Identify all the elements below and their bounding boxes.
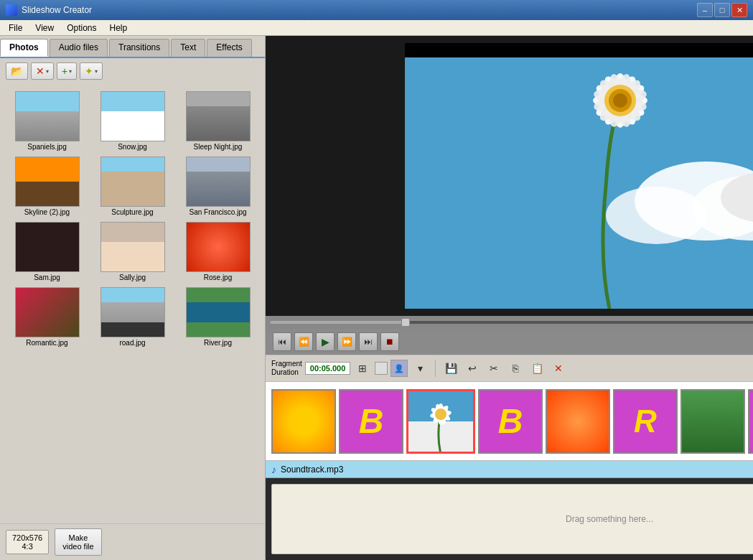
list-item[interactable]: road.jpg <box>91 286 174 348</box>
list-item[interactable]: Sleep Night.jpg <box>177 90 259 152</box>
list-item[interactable]: San Francisco.jpg <box>177 155 259 218</box>
timeline-item-rose[interactable] <box>546 389 610 454</box>
photo-thumb <box>186 157 251 207</box>
timeline-item-letter2[interactable]: B <box>478 389 543 454</box>
scrubber-fill <box>270 321 406 324</box>
open-button[interactable]: 📂 <box>6 62 28 80</box>
paste-button[interactable]: 📋 <box>528 359 546 378</box>
bottom-controls: 720x5764:3 Makevideo file <box>0 523 265 560</box>
photo-thumb <box>100 287 165 337</box>
delete-arrow-icon: ▾ <box>46 68 49 75</box>
undo-button[interactable]: ↩ <box>463 359 482 378</box>
photo-label: Sally.jpg <box>119 274 146 281</box>
save-button[interactable]: 💾 <box>441 359 460 378</box>
drag-text: Drag something here... <box>566 514 653 524</box>
timeline-item-green[interactable] <box>680 389 745 454</box>
scrubber-thumb[interactable] <box>401 318 410 327</box>
tab-text[interactable]: Text <box>171 39 205 57</box>
tab-transitions[interactable]: Transitions <box>109 39 169 57</box>
photo-label: Sleep Night.jpg <box>194 143 243 151</box>
photo-thumb <box>100 91 165 141</box>
mini-daisy-svg <box>408 389 473 454</box>
right-content: ⏮ ⏪ ▶ ⏩ ⏭ ⏹ 📷 ⛶ 7.0 s / 33.0 s FragmentD… <box>266 36 753 560</box>
list-item[interactable]: Sam.jpg <box>6 220 88 283</box>
add-button[interactable]: + ▾ <box>57 62 77 80</box>
effects-button[interactable]: ✦ ▾ <box>80 62 103 80</box>
cut-button[interactable]: ✂ <box>485 359 503 378</box>
maximize-button[interactable]: □ <box>714 3 730 17</box>
photo-label: Spaniels.jpg <box>27 143 66 151</box>
tab-photos[interactable]: Photos <box>0 39 48 57</box>
fragment-duration-label: FragmentDuration <box>271 360 302 377</box>
preview-frame <box>405 43 753 309</box>
star-icon: ✦ <box>85 65 93 77</box>
fragment-color[interactable] <box>375 362 388 375</box>
edit-toolbar: FragmentDuration 00:05.000 ⊞ 👤 ▾ 💾 ↩ ✂ ⎘… <box>266 355 753 382</box>
timeline-item[interactable] <box>271 389 336 454</box>
timeline-item-selected[interactable] <box>406 389 475 454</box>
forward-button[interactable]: ⏩ <box>337 332 356 351</box>
close-button[interactable]: ✕ <box>731 3 747 17</box>
titlebar-controls: – □ ✕ <box>697 3 747 17</box>
minimize-button[interactable]: – <box>697 3 713 17</box>
copy-button[interactable]: ⎘ <box>506 359 525 378</box>
photo-thumb <box>100 157 165 207</box>
photo-label: Snow.jpg <box>118 143 147 151</box>
preview-svg <box>405 43 753 309</box>
tabs: Photos Audio files Transitions Text Effe… <box>0 36 265 58</box>
drag-area[interactable]: Drag something here... <box>271 484 753 554</box>
photo-thumb <box>186 287 251 337</box>
preview-area <box>266 36 753 316</box>
left-panel: Photos Audio files Transitions Text Effe… <box>0 36 266 560</box>
timeline-letter2: B <box>498 401 523 441</box>
list-item[interactable]: Romantic.jpg <box>6 286 88 348</box>
timeline-letter: B <box>359 401 384 441</box>
svg-point-3 <box>606 187 706 244</box>
menu-help[interactable]: Help <box>104 22 134 34</box>
photo-label: Sam.jpg <box>34 274 60 281</box>
fragment-dropdown[interactable]: ▾ <box>411 359 429 378</box>
timeline-item-letter3[interactable]: R <box>613 389 678 454</box>
stop-button[interactable]: ⏹ <box>380 332 399 351</box>
delete-button[interactable]: ✕ ▾ <box>31 62 54 80</box>
photo-thumb <box>186 222 251 272</box>
timeline-controls: ⏮ ⏪ ▶ ⏩ ⏭ ⏹ 📷 ⛶ 7.0 s / 33.0 s <box>266 329 753 355</box>
rewind-start-button[interactable]: ⏮ <box>273 332 291 351</box>
fragment-icon[interactable]: 👤 <box>390 360 408 377</box>
music-icon: ♪ <box>271 464 276 475</box>
list-item[interactable]: Skyline (2).jpg <box>6 155 88 218</box>
fragment-time[interactable]: 00:05.000 <box>305 362 351 375</box>
tab-effects[interactable]: Effects <box>207 39 251 57</box>
app-icon <box>6 4 17 16</box>
photo-thumb <box>15 91 80 141</box>
list-item[interactable]: Sally.jpg <box>91 220 174 283</box>
timeline-letter3: R <box>634 403 657 439</box>
photo-grid-container[interactable]: Spaniels.jpg Snow.jpg Sleep Night.jpg Sk… <box>0 84 265 523</box>
scrubber-bar[interactable] <box>266 316 753 329</box>
menu-options[interactable]: Options <box>61 22 102 34</box>
photo-thumb <box>186 91 251 141</box>
list-item[interactable]: Snow.jpg <box>91 90 174 152</box>
soundtrack-label: Soundtrack.mp3 <box>281 465 343 475</box>
forward-end-button[interactable]: ⏭ <box>359 332 378 351</box>
make-video-button[interactable]: Makevideo file <box>55 528 101 556</box>
fragment-set-button[interactable]: ⊞ <box>353 359 372 378</box>
menu-view[interactable]: View <box>29 22 60 34</box>
photo-label: Rose.jpg <box>204 274 232 281</box>
list-item[interactable]: River.jpg <box>177 286 259 348</box>
list-item[interactable]: Spaniels.jpg <box>6 90 88 152</box>
timeline-item-letter4[interactable]: E <box>748 389 753 454</box>
rewind-button[interactable]: ⏪ <box>294 332 313 351</box>
list-item[interactable]: Rose.jpg <box>177 220 259 283</box>
timeline-strip[interactable]: B <box>266 382 753 461</box>
delete-edit-button[interactable]: ✕ <box>549 359 568 378</box>
play-button[interactable]: ▶ <box>316 332 335 351</box>
menu-file[interactable]: File <box>3 22 28 34</box>
list-item[interactable]: Sculpture.jpg <box>91 155 174 218</box>
app-title: Slideshow Creator <box>22 5 92 15</box>
tab-audio-files[interactable]: Audio files <box>50 39 108 57</box>
top-bar <box>405 43 753 57</box>
scrubber-track[interactable] <box>270 321 753 324</box>
timeline-item-letter[interactable]: B <box>339 389 403 454</box>
titlebar-left: Slideshow Creator <box>6 4 92 16</box>
